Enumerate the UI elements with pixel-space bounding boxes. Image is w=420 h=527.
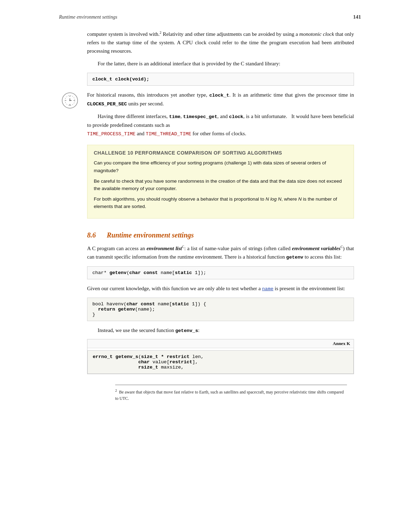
code-line-3: } — [92, 312, 349, 317]
intro-paragraph-1: computer system is involved with.2 Relat… — [87, 30, 354, 55]
section-para-2: Given our current knowledge, with this f… — [87, 284, 354, 293]
code-box-havenv: bool havenv(char const name[static 1]) {… — [87, 298, 354, 321]
clock-code-2: clock — [229, 114, 243, 119]
clocks-per-sec-code: CLOCKS_PER_SEC — [87, 102, 127, 107]
header-title: Runtime environment settings — [59, 14, 117, 20]
page-number: 141 — [353, 14, 361, 20]
env-list-term: environment list — [146, 246, 182, 251]
code-getenv-s-line1: errno_t getenv_s(size_t * restrict len, — [93, 354, 348, 359]
annex-box: Annex K errno_t getenv_s(size_t * restri… — [87, 339, 354, 374]
annex-label: Annex K — [87, 339, 354, 348]
section-para-3: Instead, we use the secured function get… — [87, 326, 354, 335]
section-header-8-6: 8.6 Runtime environment settings — [87, 231, 354, 239]
challenge-box: CHALLENGE 10 Performance comparison of s… — [87, 145, 354, 219]
icon-paragraph-wrapper: For historical reasons, this introduces … — [87, 91, 354, 138]
monotonic-clock-term: monotonic clock — [299, 31, 334, 37]
paragraph-4: Having three different interfaces, time,… — [87, 112, 354, 138]
challenge-title: CHALLENGE 10 Performance comparison of s… — [94, 150, 347, 156]
clock-icon — [61, 91, 79, 110]
getenv-s-code: getenv_s — [175, 328, 198, 333]
code-clock-func: clock — [115, 77, 130, 82]
section-title: Runtime environment settings — [107, 231, 194, 239]
section-number: 8.6 — [87, 231, 100, 239]
challenge-para-3: For both algorithms, you should roughly … — [94, 195, 347, 210]
page-header: Runtime environment settings 141 — [59, 14, 361, 20]
time-process-time-code: TIME_PROCESS_TIME — [87, 131, 136, 137]
code-clock-t: clock_t — [92, 77, 112, 82]
challenge-para-1: Can you compare the time efficiency of y… — [94, 159, 347, 174]
code-box-getenv: char* getenv(char const name[static 1]); — [87, 266, 354, 279]
timespec-get-code: timespec_get — [183, 114, 217, 119]
footnote-number: 2 — [115, 389, 117, 392]
env-list-sup: C — [182, 245, 184, 249]
env-vars-term: environment variables — [292, 246, 340, 251]
code-getenv-s-line3: rsize_t maxsize, — [93, 365, 348, 370]
section-para-1: A C program can access an environment li… — [87, 244, 354, 261]
footnote-text: 2 Be aware that objects that move fast r… — [115, 388, 347, 402]
clock-icon-area — [61, 91, 79, 110]
challenge-para-2: Be careful to check that you have some r… — [94, 177, 347, 193]
svg-point-8 — [70, 100, 71, 101]
footnote-area: 2 Be aware that objects that move fast r… — [115, 385, 347, 402]
clock-t-code: clock_t — [209, 93, 229, 98]
time-thread-time-code: TIME_THREAD_TIME — [146, 131, 191, 137]
code-line-1: bool havenv(char const name[static 1]) { — [92, 301, 349, 307]
time-code: time — [169, 114, 180, 119]
code-box-getenv-s: errno_t getenv_s(size_t * restrict len, … — [87, 350, 354, 374]
code-line-2: return getenv(name); — [92, 307, 349, 312]
getenv-code: getenv — [286, 255, 303, 260]
intro-paragraph-2: For the latter, there is an additional i… — [87, 59, 354, 68]
name-link: name — [262, 286, 273, 292]
code-getenv-s-line2: char value[restrict], — [93, 359, 348, 365]
paragraph-3: For historical reasons, this introduces … — [87, 91, 354, 108]
code-box-clock: clock_t clock(void); — [87, 73, 354, 86]
